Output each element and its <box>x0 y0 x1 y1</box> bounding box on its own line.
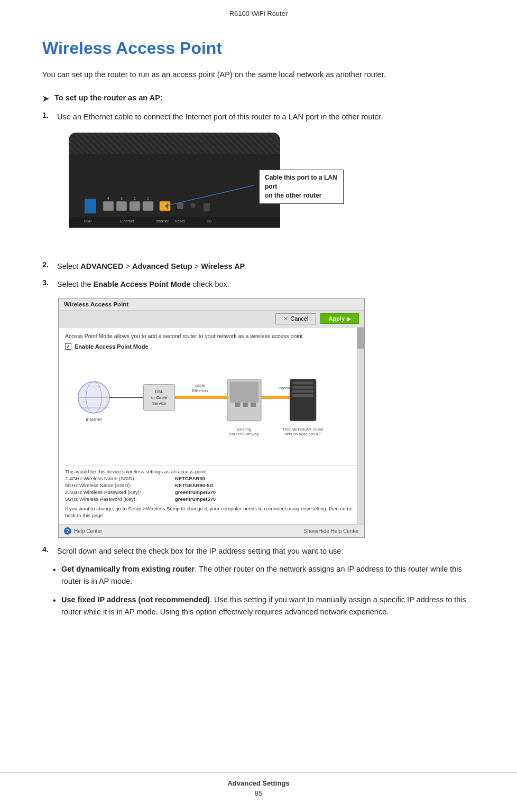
svg-text:USB: USB <box>84 219 92 223</box>
checkbox-row: ✓ Enable Access Point Mode <box>65 343 358 350</box>
screenshot-toolbar: ✕ Cancel Apply ▶ <box>59 311 364 328</box>
header-title: R6100 WiFi Router <box>229 10 288 17</box>
info-row-0: 2.4GHz Wireless Name (SSID): NETGEAR90 <box>65 475 358 481</box>
svg-rect-51 <box>292 386 313 388</box>
svg-point-12 <box>190 203 196 208</box>
step-2-before: Select <box>57 262 80 270</box>
step-3-num: 3. <box>42 278 57 287</box>
step-2-content: Select ADVANCED > Advanced Setup > Wirel… <box>57 260 247 273</box>
step-3-bold: Enable Access Point Mode <box>94 280 191 288</box>
bullet-list: Get dynamically from existing router. Th… <box>42 563 475 619</box>
scrollbar[interactable] <box>357 328 364 525</box>
step-2-bold3: Wireless AP <box>201 262 245 270</box>
svg-text:2: 2 <box>134 197 136 200</box>
step-4-num: 4. <box>42 545 57 554</box>
svg-text:Internet: Internet <box>86 416 102 422</box>
info-value-3: greentrumpet570 <box>175 496 216 502</box>
svg-text:cable: cable <box>195 383 206 388</box>
svg-text:Reset: Reset <box>175 219 184 223</box>
screenshot-mockup: Wireless Access Point ✕ Cancel Apply ▶ A… <box>58 298 365 538</box>
callout-container: Cable this port to a LAN port on the oth… <box>259 170 344 203</box>
info-row-2: 2.4GHz Wireless Password (Key): greentru… <box>65 489 358 495</box>
info-label-header: This would be this device's wireless set… <box>65 469 207 474</box>
apply-button[interactable]: Apply ▶ <box>320 313 359 324</box>
svg-text:Service: Service <box>152 401 167 406</box>
svg-text:4: 4 <box>107 197 109 200</box>
step-2-after: . <box>245 262 247 270</box>
scrollbar-thumb[interactable] <box>357 328 364 349</box>
svg-rect-13 <box>204 203 210 211</box>
svg-rect-40 <box>230 381 258 403</box>
footer-label: Advanced Settings <box>0 779 517 787</box>
help-center-button[interactable]: ? Help Center <box>64 527 102 535</box>
callout-line1: Cable this port to a LAN port <box>265 174 337 190</box>
callout-line2: on the other router <box>265 192 321 199</box>
cancel-button[interactable]: ✕ Cancel <box>275 313 316 324</box>
page-content: Wireless Access Point You can set up the… <box>0 23 517 656</box>
info-row-1: 5GHz Wireless Name (SSID): NETGEAR90-5G <box>65 482 358 488</box>
svg-text:Router/Gateway: Router/Gateway <box>229 432 259 436</box>
help-icon: ? <box>64 527 71 535</box>
svg-text:DC: DC <box>207 219 212 223</box>
svg-rect-7 <box>116 201 127 211</box>
screenshot-body-wrapper: Access Point Mode allows you to add a se… <box>59 328 364 525</box>
bullet-item-1: Use fixed IP address (not recommended). … <box>53 594 475 618</box>
info-row-3: 5GHz Wireless Password (Key): greentrump… <box>65 496 358 502</box>
apply-label: Apply <box>328 315 345 322</box>
info-value-2: greentrumpet570 <box>175 489 216 495</box>
step-2: 2. Select ADVANCED > Advanced Setup > Wi… <box>42 260 475 273</box>
svg-rect-8 <box>130 201 140 211</box>
show-hide-label[interactable]: Show/Hide Help Center <box>304 528 359 534</box>
info-row-header: This would be this device's wireless set… <box>65 469 358 474</box>
info-table: This would be this device's wireless set… <box>65 465 358 502</box>
step-3-content: Select the Enable Access Point Mode chec… <box>57 278 229 291</box>
screenshot-desc: Access Point Mode allows you to add a se… <box>65 333 358 339</box>
info-label-1: 5GHz Wireless Name (SSID): <box>65 482 171 488</box>
svg-rect-52 <box>292 390 313 393</box>
help-center-label: Help Center <box>74 528 102 534</box>
step-2-mid2: > <box>192 262 201 270</box>
svg-text:acts as Wireless AP: acts as Wireless AP <box>284 432 321 436</box>
step-3: 3. Select the Enable Access Point Mode c… <box>42 278 475 291</box>
step-1: 1. Use an Ethernet cable to connect the … <box>42 111 475 123</box>
svg-text:Existing: Existing <box>236 426 251 431</box>
ap-diagram: Internet DSL or Cable Service Ethernet c… <box>65 355 358 461</box>
step-2-num: 2. <box>42 260 57 269</box>
step-2-bold2: Advanced Setup <box>132 262 192 270</box>
step-1-num: 1. <box>42 111 57 119</box>
bullet-1-bold: Use fixed IP address (not recommended) <box>61 595 210 604</box>
svg-rect-43 <box>251 403 256 407</box>
svg-text:This NETGEAR router: This NETGEAR router <box>282 426 324 431</box>
info-value-0: NETGEAR90 <box>175 475 205 481</box>
svg-text:1: 1 <box>147 197 149 200</box>
step-3-before: Select the <box>57 280 94 288</box>
page-header: R6100 WiFi Router <box>0 0 517 23</box>
screenshot-title: Wireless Access Point <box>64 301 128 307</box>
cancel-label: Cancel <box>290 315 308 322</box>
svg-rect-3 <box>69 154 280 228</box>
bullet-0-bold: Get dynamically from existing router <box>61 565 195 573</box>
svg-rect-42 <box>243 403 248 407</box>
svg-text:or Cable: or Cable <box>151 395 167 400</box>
callout-text: Cable this port to a LAN port on the oth… <box>259 170 344 203</box>
router-image-container: USB Ethernet Internet Reset DC 4 3 2 1 C… <box>58 133 354 246</box>
page-title: Wireless Access Point <box>42 39 475 58</box>
step-4: 4. Scroll down and select the check box … <box>42 545 475 557</box>
svg-rect-53 <box>292 394 313 397</box>
enable-ap-checkbox[interactable]: ✓ <box>65 343 71 350</box>
screenshot-footer: ? Help Center Show/Hide Help Center <box>59 524 364 537</box>
svg-rect-49 <box>290 379 316 421</box>
svg-text:3: 3 <box>121 197 123 200</box>
svg-rect-41 <box>235 403 241 407</box>
arrow-marker: ➤ <box>42 94 49 104</box>
svg-text:Ethernet: Ethernet <box>192 388 208 393</box>
bullet-item-0: Get dynamically from existing router. Th… <box>53 563 475 587</box>
info-label-0: 2.4GHz Wireless Name (SSID): <box>65 475 171 481</box>
step-4-text: Scroll down and select the check box for… <box>57 545 343 557</box>
screenshot-body: Access Point Mode allows you to add a se… <box>59 328 364 525</box>
footer-page-num: 85 <box>0 789 517 797</box>
info-label-3: 5GHz Wireless Password (Key): <box>65 496 171 502</box>
screenshot-title-bar: Wireless Access Point <box>59 298 364 311</box>
svg-rect-9 <box>143 201 153 211</box>
checkbox-label: Enable Access Point Mode <box>75 343 149 350</box>
